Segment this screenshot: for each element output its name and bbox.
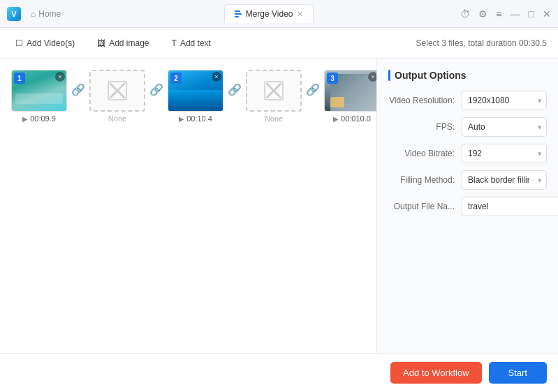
left-panel: 1 × ▶ 00:09.9 🔗 <box>0 59 376 353</box>
placeholder-label-1: None <box>108 114 126 123</box>
output-filename-row: Output File Na... <box>388 197 547 216</box>
add-image-icon: 🖼 <box>97 38 105 48</box>
title-bar-controls: ⏱ ⚙ ≡ — □ ✕ <box>460 8 551 20</box>
video-badge-2: 2 <box>170 73 182 84</box>
history-icon[interactable]: ⏱ <box>460 8 470 20</box>
add-videos-button[interactable]: ☐ Add Video(s) <box>11 36 79 51</box>
video-duration-2: ▶ 00:10.4 <box>179 114 212 123</box>
video-thumb-2[interactable]: 2 × <box>168 70 223 112</box>
home-tab[interactable]: ⌂ Home <box>25 6 66 22</box>
video-camera-icon-2: ▶ <box>179 115 184 123</box>
connector-3: 🔗 <box>226 83 243 96</box>
video-resolution-select-wrapper: 1920x1080 1280x720 3840x2160 640x480 <box>462 91 547 110</box>
video-time-1: 00:09.9 <box>30 114 56 123</box>
link-icon-2: 🔗 <box>149 83 163 96</box>
title-bar: V ⌂ Home Merge Video × ⏱ ⚙ ≡ — □ ✕ <box>0 0 558 28</box>
connector-2: 🔗 <box>148 83 165 96</box>
menu-icon[interactable]: ≡ <box>496 8 501 20</box>
add-to-workflow-button[interactable]: Add to Workflow <box>390 362 481 384</box>
file-info: Select 3 files, total duration 00:30.5 <box>416 38 547 48</box>
filling-method-select[interactable]: Black border filling Stretch Crop Blur <box>462 170 547 190</box>
video-time-3: 00:010.0 <box>341 114 371 123</box>
output-options-title: Output Options <box>388 70 547 81</box>
video-resolution-label: Video Resolution: <box>388 96 462 105</box>
settings-icon[interactable]: ⚙ <box>478 8 487 20</box>
filling-method-row: Filling Method: Black border filling Str… <box>388 170 547 190</box>
video-item-1: 1 × ▶ 00:09.9 <box>11 70 67 123</box>
video-bitrate-label: Video Bitrate: <box>388 149 462 158</box>
placeholder-1: None <box>89 70 145 123</box>
filling-method-select-wrapper: Black border filling Stretch Crop Blur <box>462 170 547 190</box>
fps-select-wrapper: Auto 24 30 60 <box>462 117 547 137</box>
placeholder-label-2: None <box>265 114 283 123</box>
maximize-button[interactable]: □ <box>529 8 534 20</box>
toolbar: ☐ Add Video(s) 🖼 Add image T Add text Se… <box>0 28 558 59</box>
add-videos-label: Add Video(s) <box>27 38 75 48</box>
video-badge-3: 3 <box>327 73 338 84</box>
link-icon-4: 🔗 <box>306 83 320 96</box>
video-close-3[interactable]: × <box>368 72 376 82</box>
connector-4: 🔗 <box>304 83 321 96</box>
title-bar-left: V ⌂ Home <box>7 6 77 22</box>
start-button[interactable]: Start <box>489 362 547 384</box>
link-icon-1: 🔗 <box>71 83 85 96</box>
video-resolution-row: Video Resolution: 1920x1080 1280x720 384… <box>388 91 547 110</box>
video-item-2: 2 × ▶ 00:10.4 <box>168 70 223 123</box>
connector-1: 🔗 <box>70 83 87 96</box>
home-label: Home <box>38 9 61 19</box>
app-logo: V <box>7 7 21 21</box>
link-icon-3: 🔗 <box>228 83 242 96</box>
output-filename-input[interactable] <box>462 197 558 216</box>
main-content: 1 × ▶ 00:09.9 🔗 <box>0 59 558 353</box>
minimize-button[interactable]: — <box>511 8 520 20</box>
close-window-button[interactable]: ✕ <box>543 8 551 20</box>
add-text-label: Add text <box>180 38 211 48</box>
video-bitrate-select[interactable]: 192 256 320 128 <box>462 144 547 163</box>
fps-select[interactable]: Auto 24 30 60 <box>462 117 547 137</box>
video-duration-1: ▶ 00:09.9 <box>22 114 56 123</box>
video-duration-3: ▶ 00:010.0 <box>333 114 371 123</box>
video-camera-icon-1: ▶ <box>22 115 28 123</box>
tab-label: Merge Video <box>246 9 293 19</box>
video-thumb-3[interactable]: 3 × <box>324 70 376 112</box>
video-badge-1: 1 <box>14 73 25 84</box>
placeholder-box-2[interactable] <box>246 70 302 112</box>
add-videos-icon: ☐ <box>15 38 23 48</box>
output-filename-label: Output File Na... <box>388 202 462 211</box>
fps-row: FPS: Auto 24 30 60 <box>388 117 547 137</box>
video-close-1[interactable]: × <box>55 72 65 82</box>
home-icon: ⌂ <box>31 9 36 19</box>
video-camera-icon-3: ▶ <box>333 115 339 123</box>
video-track: 1 × ▶ 00:09.9 🔗 <box>11 70 365 123</box>
add-text-icon: T <box>172 38 177 48</box>
add-image-label: Add image <box>109 38 149 48</box>
video-item-3: 3 × ▶ 00:010.0 <box>324 70 376 123</box>
placeholder-icon-1 <box>107 80 128 101</box>
add-image-button[interactable]: 🖼 Add image <box>93 36 153 51</box>
placeholder-icon-2 <box>263 80 284 101</box>
video-thumb-1[interactable]: 1 × <box>11 70 67 112</box>
fps-label: FPS: <box>388 122 462 132</box>
placeholder-2: None <box>246 70 302 123</box>
video-resolution-select[interactable]: 1920x1080 1280x720 3840x2160 640x480 <box>462 91 547 110</box>
video-bitrate-select-wrapper: 192 256 320 128 <box>462 144 547 163</box>
video-close-2[interactable]: × <box>212 72 221 82</box>
filling-method-label: Filling Method: <box>388 175 462 185</box>
video-bitrate-row: Video Bitrate: 192 256 320 128 <box>388 144 547 163</box>
add-text-button[interactable]: T Add text <box>168 36 215 51</box>
footer: Add to Workflow Start <box>0 353 558 392</box>
video-time-2: 00:10.4 <box>186 114 212 123</box>
merge-video-tab[interactable]: Merge Video × <box>224 4 314 23</box>
placeholder-box-1[interactable] <box>89 70 145 112</box>
right-panel: Output Options Video Resolution: 1920x10… <box>376 59 558 353</box>
tabs-area: Merge Video × <box>77 4 460 23</box>
tab-close-button[interactable]: × <box>298 9 303 19</box>
tab-icon <box>235 10 242 17</box>
